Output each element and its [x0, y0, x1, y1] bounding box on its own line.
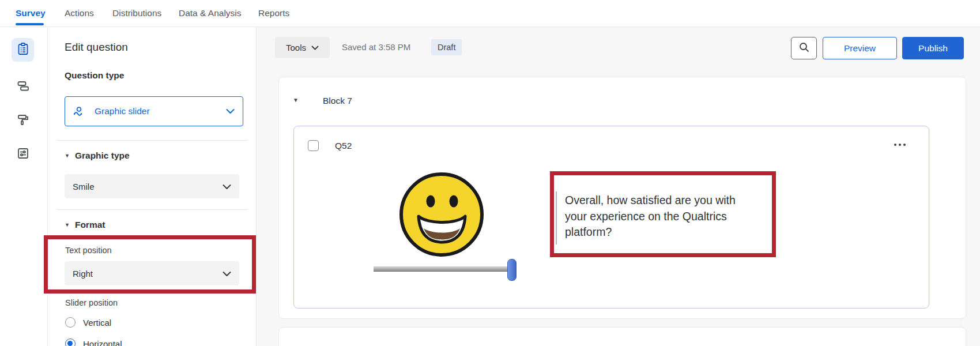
publish-button[interactable]: Publish [902, 37, 964, 59]
nav-tab-reports[interactable]: Reports [258, 8, 289, 18]
radio-circle-checked-icon [65, 339, 76, 346]
sliders-icon [16, 146, 30, 163]
radio-vertical-label: Vertical [83, 318, 111, 328]
block-collapse-caret-icon[interactable]: ▼ [293, 97, 299, 103]
slider-position-label: Slider position [65, 298, 118, 307]
next-block-card [278, 327, 966, 346]
survey-builder-icon [16, 42, 30, 58]
nav-tab-distributions[interactable]: Distributions [112, 8, 161, 18]
collapse-caret-icon: ▼ [65, 222, 70, 228]
tools-button-label: Tools [286, 43, 306, 52]
smiley-face-graphic [398, 171, 485, 260]
preview-button[interactable]: Preview [823, 37, 897, 59]
search-button[interactable] [791, 37, 817, 59]
search-icon [798, 42, 810, 55]
text-position-value: Right [73, 269, 223, 279]
rail-item-look-and-feel[interactable] [12, 109, 34, 133]
paint-roller-icon [16, 113, 30, 129]
question-type-select[interactable]: Graphic slider [65, 96, 243, 126]
chevron-down-icon [223, 182, 231, 191]
radio-horizontal[interactable]: Horizontal [65, 339, 122, 346]
question-type-label: Question type [65, 70, 124, 81]
chevron-down-icon [311, 43, 319, 52]
section-divider [56, 209, 248, 210]
question-id: Q52 [335, 141, 352, 151]
slider-handle[interactable] [507, 259, 517, 281]
chevron-down-icon [226, 106, 235, 116]
chevron-down-icon [223, 269, 231, 279]
nav-tab-survey[interactable]: Survey [16, 8, 46, 18]
survey-flow-icon [16, 79, 30, 95]
block-title: Block 7 [323, 96, 352, 106]
text-position-select[interactable]: Right [65, 261, 239, 285]
more-options-icon[interactable] [890, 138, 910, 152]
nav-tab-actions[interactable]: Actions [65, 8, 94, 18]
graphic-type-select[interactable]: Smile [65, 174, 239, 198]
panel-title: Edit question [65, 41, 128, 54]
format-heading[interactable]: ▼Format [65, 220, 105, 230]
draft-badge: Draft [431, 39, 462, 55]
rail-item-survey-flow[interactable] [12, 75, 34, 99]
nav-tab-data-analysis[interactable]: Data & Analysis [179, 8, 242, 18]
top-navigation: Survey Actions Distributions Data & Anal… [0, 0, 980, 27]
edit-question-panel: Edit question Question type Graphic slid… [48, 27, 257, 346]
slider-track[interactable] [374, 266, 515, 272]
graphic-type-value: Smile [73, 182, 223, 191]
question-type-value: Graphic slider [95, 106, 226, 116]
qualtrics-survey-editor: Survey Actions Distributions Data & Anal… [0, 0, 980, 346]
tools-button[interactable]: Tools [275, 37, 330, 58]
section-divider [56, 140, 248, 141]
rail-item-survey-builder[interactable] [12, 38, 34, 62]
question-checkbox[interactable] [308, 140, 319, 151]
left-icon-rail [0, 27, 48, 346]
question-text-cursor-bar [556, 191, 557, 245]
collapse-caret-icon: ▼ [65, 153, 70, 159]
radio-circle-icon [65, 317, 76, 328]
question-text[interactable]: Overall, how satisfied are you with your… [565, 193, 753, 240]
radio-vertical[interactable]: Vertical [65, 317, 111, 328]
radio-horizontal-label: Horizontal [83, 339, 122, 346]
active-tab-underline [16, 23, 44, 25]
text-position-label: Text position [65, 246, 112, 255]
rail-item-survey-options[interactable] [12, 142, 34, 166]
graphic-slider-icon [73, 105, 88, 118]
graphic-type-heading[interactable]: ▼Graphic type [65, 151, 130, 161]
save-status: Saved at 3:58 PM [342, 42, 410, 52]
